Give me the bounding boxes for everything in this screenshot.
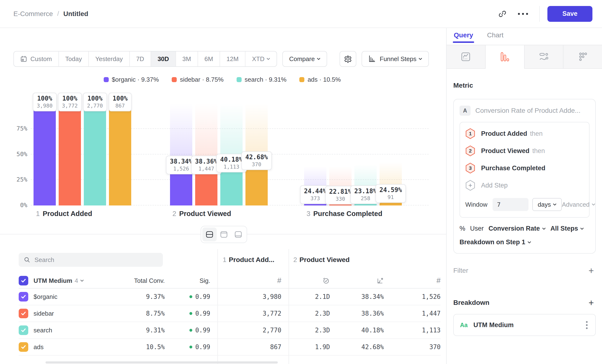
- funnel-bar-search-step1[interactable]: [84, 103, 106, 205]
- query-step-3[interactable]: 3Purchase Completed: [465, 163, 584, 174]
- ellipsis-icon: [518, 13, 528, 15]
- compare-button[interactable]: Compare: [282, 51, 327, 67]
- top-actions: Save: [494, 6, 592, 22]
- funnel-bar-sidebar-step1[interactable]: [59, 103, 81, 205]
- table-step1-header[interactable]: 1Product Add...: [223, 256, 274, 264]
- layout-split-button[interactable]: [202, 227, 217, 241]
- add-step-button[interactable]: + Add Step: [465, 180, 584, 191]
- significance-dot: [189, 295, 192, 298]
- row-checkbox[interactable]: [19, 325, 28, 335]
- bar-value-label: 100%867: [108, 93, 132, 111]
- date-range-3m[interactable]: 3M: [175, 52, 198, 66]
- funnel-bar-organic-step1[interactable]: [33, 103, 56, 205]
- y-axis-tick: 0%: [10, 202, 27, 209]
- breakdown-section-title: Breakdown: [453, 299, 489, 307]
- table-row-organic[interactable]: $organic9.37%0.993,9802.1D38.34%1,526: [19, 289, 441, 305]
- table-row-sidebar[interactable]: sidebar8.75%0.993,7722.3D38.36%1,447: [19, 305, 441, 322]
- row-checkbox[interactable]: [19, 342, 28, 352]
- breadcrumb-report-title[interactable]: Untitled: [63, 10, 88, 18]
- advanced-toggle[interactable]: Advanced: [562, 201, 595, 208]
- report-type-flows[interactable]: [525, 45, 564, 68]
- time-to-convert-header[interactable]: [281, 277, 330, 285]
- main-area: CustomTodayYesterday7D30D3M6M12MXTD Comp…: [0, 28, 602, 364]
- more-options-button[interactable]: [514, 6, 532, 22]
- chart-settings-button[interactable]: [340, 51, 356, 67]
- date-range-6m[interactable]: 6M: [198, 52, 220, 66]
- filter-section: Filter +: [453, 266, 596, 275]
- legend-item-search[interactable]: search · 9.31%: [236, 76, 287, 83]
- funnel-steps-list: 1Product Addedthen2Product Viewedthen3Pu…: [465, 128, 584, 174]
- conversion-count: 3,772: [62, 103, 78, 109]
- total-conversion-header[interactable]: Total Conv.: [98, 277, 165, 285]
- count-column-header[interactable]: #: [384, 276, 441, 285]
- date-range-7d[interactable]: 7D: [129, 52, 150, 66]
- count-column-header[interactable]: #: [210, 276, 281, 285]
- table-row-ads[interactable]: ads10.5%0.998671.9D42.68%370: [19, 339, 441, 356]
- counting-method[interactable]: User: [470, 225, 484, 232]
- table-search[interactable]: [19, 253, 163, 267]
- report-type-insights[interactable]: [447, 45, 486, 68]
- breadcrumb-project[interactable]: E-Commerce: [13, 10, 53, 18]
- chart-type-selector[interactable]: Funnel Steps: [362, 51, 429, 67]
- breakdown-column-header[interactable]: UTM Medium: [33, 277, 72, 285]
- breakdown-item-menu[interactable]: [584, 320, 589, 331]
- share-link-button[interactable]: [494, 6, 511, 22]
- date-range-today[interactable]: Today: [58, 52, 88, 66]
- report-type-retention[interactable]: [563, 45, 602, 68]
- y-axis-tick: 25%: [10, 176, 27, 183]
- add-breakdown-button[interactable]: +: [587, 298, 596, 307]
- measurement-select[interactable]: Conversion Rate: [488, 225, 546, 232]
- window-value-input[interactable]: [493, 198, 528, 211]
- significance-header[interactable]: Sig.: [165, 277, 210, 285]
- chart-legend: $organic · 9.37%sidebar · 8.75%search · …: [13, 76, 431, 83]
- report-type-tabs: [447, 45, 602, 69]
- table-step2-header[interactable]: 2Product Viewed: [293, 256, 350, 264]
- conversion-percent: 38.34%: [170, 158, 193, 165]
- query-step-1[interactable]: 1Product Addedthen: [465, 128, 584, 139]
- query-step-2[interactable]: 2Product Viewedthen: [465, 145, 584, 156]
- step-number-hex: 2: [465, 145, 475, 156]
- total-conversion-value: 9.31%: [98, 327, 165, 334]
- metric-summary[interactable]: A Conversion Rate of Product Adde...: [460, 106, 590, 116]
- breakdown-item[interactable]: Aa UTM Medium: [453, 314, 596, 336]
- step2-rate: 40.18%: [330, 327, 384, 334]
- search-input[interactable]: [34, 256, 150, 264]
- legend-item-ads[interactable]: ads · 10.5%: [299, 76, 341, 83]
- breakdown-property-name: UTM Medium: [473, 321, 514, 329]
- select-all-checkbox[interactable]: [19, 276, 28, 285]
- window-unit-select[interactable]: days: [532, 198, 562, 211]
- table-row-search[interactable]: search9.31%0.992,7702.3D40.18%1,113: [19, 322, 441, 339]
- date-range-label: XTD: [252, 55, 264, 63]
- chart-step-label-2: 2Product Viewed: [172, 210, 231, 218]
- steps-scope-select[interactable]: All Steps: [550, 225, 584, 232]
- date-range-custom[interactable]: Custom: [14, 52, 58, 66]
- row-checkbox[interactable]: [19, 292, 28, 301]
- date-range-12m[interactable]: 12M: [220, 52, 245, 66]
- date-range-yesterday[interactable]: Yesterday: [88, 52, 129, 66]
- funnel-bar-ads-step1[interactable]: [109, 103, 131, 205]
- tab-query[interactable]: Query: [454, 31, 473, 43]
- row-checkbox[interactable]: [19, 309, 28, 318]
- significance-dot: [189, 346, 192, 348]
- date-range-label: Yesterday: [95, 55, 123, 63]
- bar-value-label: 100%3,980: [32, 93, 56, 111]
- step-name: Product Add...: [229, 256, 274, 263]
- legend-item-organic[interactable]: $organic · 9.37%: [104, 76, 159, 83]
- date-range-xtd[interactable]: XTD: [245, 52, 277, 66]
- save-button[interactable]: Save: [548, 6, 592, 22]
- conversion-rate-header[interactable]: [330, 277, 384, 285]
- add-filter-button[interactable]: +: [587, 266, 596, 275]
- tab-chart[interactable]: Chart: [487, 31, 503, 43]
- report-type-funnels[interactable]: [486, 45, 525, 68]
- step2-rate: 42.68%: [330, 343, 384, 351]
- breakdown-on-step-select[interactable]: Breakdown on Step 1: [460, 238, 590, 246]
- add-step-hex-icon: +: [465, 180, 475, 191]
- date-range-30d[interactable]: 30D: [150, 52, 175, 66]
- chart-toolbar: CustomTodayYesterday7D30D3M6M12MXTD Comp…: [13, 51, 429, 67]
- date-range-label: 12M: [226, 55, 239, 63]
- legend-item-sidebar[interactable]: sidebar · 8.75%: [172, 76, 223, 83]
- top-bar: E-Commerce / Untitled Save: [0, 0, 602, 28]
- layout-table-only-button[interactable]: [231, 227, 246, 241]
- horizontal-scrollbar[interactable]: [45, 361, 278, 364]
- layout-chart-only-button[interactable]: [217, 227, 231, 241]
